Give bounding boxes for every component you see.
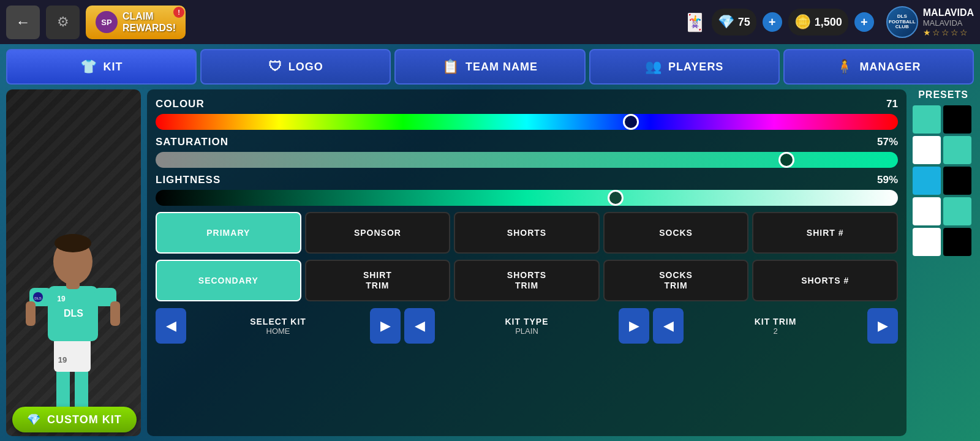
tab-manager-label: MANAGER	[859, 61, 921, 74]
saturation-value: 57%	[877, 136, 898, 148]
select-kit-next-button[interactable]: ▶	[370, 308, 401, 344]
tab-team-name-label: TEAM NAME	[466, 61, 538, 74]
lightness-section: LIGHTNESS 59%	[156, 174, 898, 206]
color-buttons-row1: PRIMARY SPONSOR SHORTS SOCKS SHIRT #	[156, 212, 898, 254]
preset-swatch-2-1[interactable]	[943, 167, 971, 195]
claim-rewards-button[interactable]: SP CLAIMREWARDS! !	[86, 6, 186, 39]
preset-swatch-1-1[interactable]	[943, 136, 971, 164]
shorts-button[interactable]: SHORTS	[454, 212, 600, 254]
kit-trim-prev-button[interactable]: ◀	[653, 308, 684, 344]
preset-swatch-4-0[interactable]	[913, 228, 941, 256]
preset-row-1	[913, 136, 974, 164]
kit-type-prev-button[interactable]: ◀	[404, 308, 435, 344]
kit-type-label: KIT TYPE	[505, 317, 548, 326]
kit-icon: 👕	[80, 59, 97, 75]
players-icon: 👥	[645, 59, 662, 75]
gem-count: 75	[738, 16, 750, 29]
select-kit-prev-button[interactable]: ◀	[156, 308, 186, 344]
preset-row-3	[913, 197, 974, 225]
claim-text: CLAIMREWARDS!	[123, 10, 176, 34]
socks-button[interactable]: SOCKS	[603, 212, 749, 254]
saturation-section: SATURATION 57%	[156, 136, 898, 168]
colour-section: COLOUR 71	[156, 98, 898, 130]
shirt-hash-button[interactable]: SHIRT #	[752, 212, 898, 254]
select-kit-label: SELECT KIT	[250, 317, 306, 326]
svg-rect-16	[110, 301, 120, 326]
kit-type-next-button[interactable]: ▶	[619, 308, 649, 344]
shorts-hash-button[interactable]: SHORTS #	[752, 260, 898, 301]
lightness-value: 59%	[877, 174, 898, 186]
kit-trim-value: 2	[773, 326, 777, 336]
profile-name: MALAVIDA	[923, 7, 974, 18]
logo-icon: 🛡	[268, 59, 282, 75]
preset-swatch-0-0[interactable]	[913, 105, 941, 134]
lightness-slider[interactable]	[156, 190, 898, 206]
custom-kit-button[interactable]: 💎 CUSTOM KIT	[12, 407, 137, 432]
secondary-button[interactable]: SECONDARY	[156, 260, 301, 301]
kit-trim-next-button[interactable]: ▶	[867, 308, 898, 344]
socks-trim-button[interactable]: SOCKS TRIM	[603, 260, 749, 301]
team-name-icon: 📋	[442, 59, 459, 75]
player-figure: DLS 19 DLS 19	[6, 179, 141, 436]
profile-logo: DLSFOOTBALLCLUB	[886, 6, 918, 38]
colour-slider[interactable]	[156, 114, 898, 130]
back-button[interactable]: ←	[6, 6, 40, 39]
tab-players-label: PLAYERS	[668, 61, 723, 74]
tab-logo[interactable]: 🛡 LOGO	[200, 49, 391, 85]
gem-icon: 💎	[718, 14, 734, 30]
preset-swatch-4-1[interactable]	[943, 228, 971, 256]
profile-stars: ★☆☆☆☆	[923, 28, 974, 37]
preset-row-4	[913, 228, 974, 256]
svg-text:DLS: DLS	[34, 296, 42, 300]
coin-icon: 🪙	[794, 14, 811, 30]
nav-tabs: 👕 KIT 🛡 LOGO 📋 TEAM NAME 👥 PLAYERS 🧍 MAN…	[6, 49, 974, 85]
primary-button[interactable]: PRIMARY	[156, 212, 301, 254]
preset-swatch-0-1[interactable]	[943, 105, 971, 134]
claim-badge: !	[173, 7, 184, 18]
svg-rect-1	[75, 369, 88, 412]
main-content: 👕 KIT 🛡 LOGO 📋 TEAM NAME 👥 PLAYERS 🧍 MAN…	[0, 44, 980, 441]
saturation-label: SATURATION	[156, 136, 228, 148]
gem-section: 💎 75	[712, 9, 756, 36]
colour-label: COLOUR	[156, 98, 205, 110]
tab-logo-label: LOGO	[288, 61, 323, 74]
kit-type-value: PLAIN	[515, 326, 538, 336]
editor-area: DLS 19 DLS 19	[6, 89, 974, 436]
custom-kit-label: CUSTOM KIT	[47, 413, 122, 426]
tab-manager[interactable]: 🧍 MANAGER	[783, 49, 974, 85]
profile-section: DLSFOOTBALLCLUB MALAVIDA MALAVIDA ★☆☆☆☆	[886, 6, 974, 38]
add-gems-button[interactable]: +	[763, 12, 782, 32]
preset-swatch-3-0[interactable]	[913, 197, 941, 225]
presets-title: PRESETS	[913, 89, 974, 100]
svg-text:DLS: DLS	[64, 308, 83, 318]
tab-kit-label: KIT	[104, 61, 123, 74]
svg-text:19: 19	[58, 355, 67, 364]
svg-text:19: 19	[57, 295, 66, 303]
sponsor-button[interactable]: SPONSOR	[305, 212, 451, 254]
color-buttons-row2: SECONDARY SHIRT TRIM SHORTS TRIM SOCKS T…	[156, 260, 898, 301]
preset-row-0	[913, 105, 974, 134]
tab-players[interactable]: 👥 PLAYERS	[589, 49, 780, 85]
shirt-trim-button[interactable]: SHIRT TRIM	[305, 260, 451, 301]
card-icon[interactable]: 🃏	[684, 12, 706, 32]
presets-panel: PRESETS	[913, 89, 974, 436]
bottom-controls: ◀ SELECT KIT HOME ▶ ◀ KIT TYPE PLAIN ▶ ◀…	[156, 307, 898, 344]
saturation-slider[interactable]	[156, 152, 898, 168]
preset-swatch-2-0[interactable]	[913, 167, 941, 195]
svg-rect-15	[26, 301, 36, 326]
tab-kit[interactable]: 👕 KIT	[6, 49, 197, 85]
shorts-trim-button[interactable]: SHORTS TRIM	[454, 260, 600, 301]
preset-swatch-1-0[interactable]	[913, 136, 941, 164]
kit-trim-label: KIT TRIM	[755, 317, 797, 326]
custom-kit-icon: 💎	[27, 413, 41, 426]
settings-button[interactable]: ⚙	[46, 6, 80, 39]
kit-trim-info: KIT TRIM 2	[687, 317, 864, 336]
preset-row-2	[913, 167, 974, 195]
lightness-label: LIGHTNESS	[156, 174, 221, 186]
add-coins-button[interactable]: +	[854, 12, 874, 32]
profile-sub: MALAVIDA	[923, 18, 974, 28]
profile-info: MALAVIDA MALAVIDA ★☆☆☆☆	[923, 7, 974, 37]
player-preview: DLS 19 DLS 19	[6, 89, 141, 436]
tab-team-name[interactable]: 📋 TEAM NAME	[394, 49, 585, 85]
preset-swatch-3-1[interactable]	[943, 197, 971, 225]
